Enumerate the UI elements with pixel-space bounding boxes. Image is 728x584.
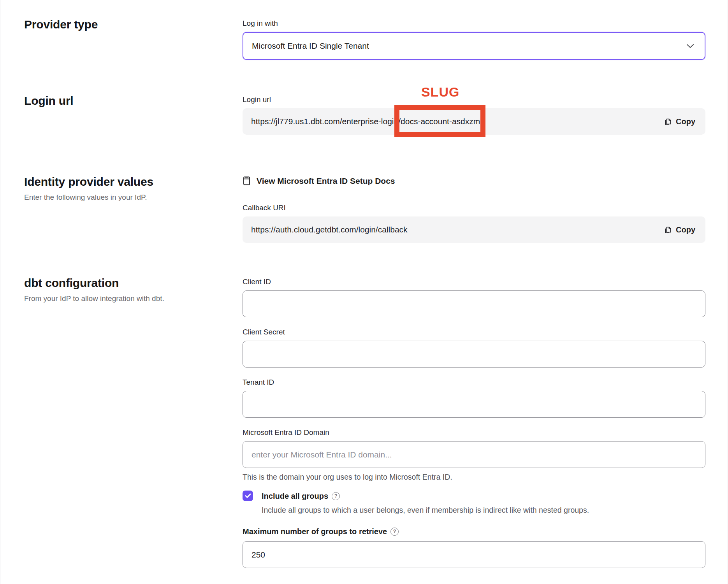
identity-provider-left-column: Identity provider values Enter the follo…	[0, 175, 243, 202]
client-id-group: Client ID	[243, 276, 705, 317]
include-all-groups-text: Include all groups ?	[262, 490, 340, 502]
book-icon	[243, 176, 251, 186]
login-url-value: https://jl779.us1.dbt.com/enterprise-log…	[251, 117, 480, 126]
provider-type-heading: Provider type	[24, 18, 243, 31]
include-all-groups-label-row: Include all groups ?	[262, 490, 340, 502]
max-groups-input[interactable]	[243, 541, 705, 568]
login-url-slug: docs-account-asdxzm	[401, 117, 480, 126]
dbt-configuration-right-column: Client ID Client Secret Tenant ID Micros…	[243, 276, 705, 568]
help-icon[interactable]: ?	[332, 492, 340, 500]
section-dbt-configuration: dbt configuration From your IdP to allow…	[0, 276, 705, 568]
section-identity-provider: Identity provider values Enter the follo…	[0, 175, 705, 243]
copy-button-label: Copy	[676, 117, 695, 126]
dbt-configuration-subtitle: From your IdP to allow integration with …	[24, 294, 243, 303]
login-url-right-column: Login url https://jl779.us1.dbt.com/ente…	[243, 94, 705, 135]
login-url-prefix: https://jl779.us1.dbt.com/enterprise-log…	[251, 117, 401, 126]
include-all-groups-description: Include all groups to which a user belon…	[262, 506, 705, 515]
copy-button-label: Copy	[676, 225, 695, 234]
provider-select[interactable]: Microsoft Entra ID Single Tenant	[243, 32, 705, 60]
callback-uri-value: https://auth.cloud.getdbt.com/login/call…	[251, 225, 408, 234]
copy-icon	[664, 226, 672, 234]
login-url-left-column: Login url	[0, 94, 243, 107]
max-groups-group: Maximum number of groups to retrieve ?	[243, 526, 705, 568]
tenant-id-label: Tenant ID	[243, 377, 705, 388]
slug-annotation-label: SLUG	[421, 84, 459, 100]
chevron-down-icon	[686, 43, 695, 49]
checkmark-icon	[245, 493, 251, 498]
include-all-groups-label: Include all groups	[262, 490, 328, 502]
login-url-field-label: Login url	[243, 94, 705, 105]
help-icon[interactable]: ?	[390, 528, 399, 536]
provider-select-value: Microsoft Entra ID Single Tenant	[252, 41, 369, 51]
entra-domain-input[interactable]	[243, 441, 705, 468]
sso-settings-page: Provider type Log in with Microsoft Entr…	[0, 0, 728, 584]
login-url-copy-button[interactable]: Copy	[663, 115, 696, 128]
callback-uri-copy-button[interactable]: Copy	[663, 223, 696, 237]
dbt-configuration-heading: dbt configuration	[24, 276, 243, 290]
identity-provider-subtitle: Enter the following values in your IdP.	[24, 193, 243, 202]
client-secret-label: Client Secret	[243, 327, 705, 338]
setup-docs-link[interactable]: View Microsoft Entra ID Setup Docs	[243, 176, 395, 186]
identity-provider-right-column: View Microsoft Entra ID Setup Docs Callb…	[243, 175, 705, 243]
include-all-groups-checkbox[interactable]	[243, 491, 253, 501]
section-provider-type: Provider type Log in with Microsoft Entr…	[0, 18, 705, 60]
client-id-input[interactable]	[243, 290, 705, 317]
include-all-groups-row: Include all groups ?	[243, 490, 705, 502]
login-with-label: Log in with	[243, 18, 705, 29]
tenant-id-input[interactable]	[243, 391, 705, 418]
login-url-field: https://jl779.us1.dbt.com/enterprise-log…	[243, 108, 705, 135]
section-login-url: Login url Login url https://jl779.us1.db…	[0, 94, 705, 135]
max-groups-label: Maximum number of groups to retrieve	[243, 526, 387, 537]
client-secret-input[interactable]	[243, 341, 705, 368]
tenant-id-group: Tenant ID	[243, 377, 705, 418]
setup-docs-link-label: View Microsoft Entra ID Setup Docs	[257, 176, 395, 186]
client-secret-group: Client Secret	[243, 327, 705, 368]
callback-uri-label: Callback URI	[243, 202, 705, 213]
callback-uri-group: Callback URI https://auth.cloud.getdbt.c…	[243, 202, 705, 243]
entra-domain-group: Microsoft Entra ID Domain This is the do…	[243, 427, 705, 482]
entra-domain-helper-text: This is the domain your org uses to log …	[243, 473, 705, 482]
identity-provider-heading: Identity provider values	[24, 175, 243, 188]
callback-uri-field: https://auth.cloud.getdbt.com/login/call…	[243, 216, 705, 243]
client-id-label: Client ID	[243, 276, 705, 287]
login-url-heading: Login url	[24, 94, 243, 107]
entra-domain-label: Microsoft Entra ID Domain	[243, 427, 705, 438]
provider-type-right-column: Log in with Microsoft Entra ID Single Te…	[243, 18, 705, 60]
dbt-configuration-left-column: dbt configuration From your IdP to allow…	[0, 276, 243, 303]
login-url-slug-wrap: SLUGdocs-account-asdxzm	[401, 117, 480, 126]
provider-type-left-column: Provider type	[0, 18, 243, 31]
copy-icon	[664, 118, 672, 126]
max-groups-label-row: Maximum number of groups to retrieve ?	[243, 526, 399, 537]
